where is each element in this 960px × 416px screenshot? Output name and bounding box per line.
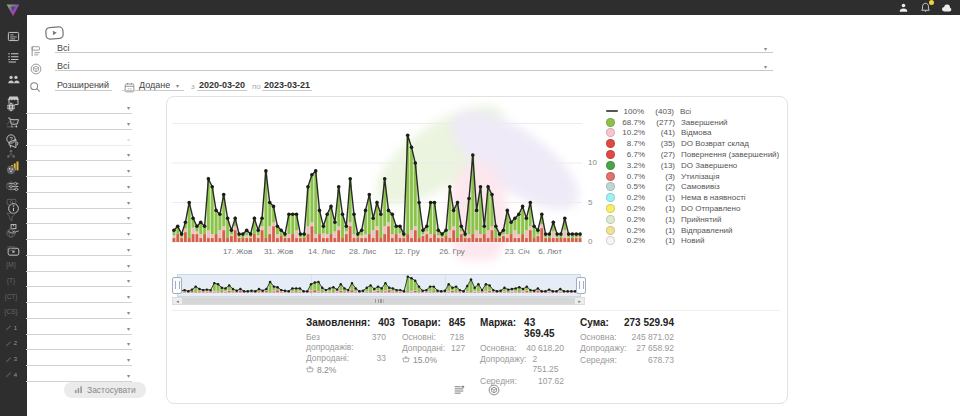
stat-percent: 15.0% <box>413 355 437 365</box>
navigator-scrollbar[interactable]: ◂ ▸ <box>172 297 585 305</box>
filter-tag-t-select[interactable]: ▾ <box>26 273 132 287</box>
search-mode-select[interactable] <box>55 90 112 91</box>
sidebar-item-clients[interactable] <box>0 70 27 92</box>
filter-globe-select[interactable]: ▾ <box>26 100 132 114</box>
navigator-right-handle[interactable] <box>576 277 586 294</box>
status-filter-select[interactable] <box>55 52 773 53</box>
notifications-bell-icon[interactable] <box>919 2 931 14</box>
legend-item[interactable]: 0.2%(1)Прийнятий <box>606 214 779 225</box>
x-axis-tick: 31. Жов <box>264 247 293 256</box>
chevron-down-icon: ▾ <box>127 262 130 269</box>
filter-trend-select[interactable]: ▾ <box>26 116 132 130</box>
legend-item[interactable]: 100%(403)Всі <box>606 106 779 117</box>
filter-tag-cs-row: {CS}▾ <box>0 305 138 320</box>
legend-item[interactable]: 0.2%(1)DO Отправлено <box>606 203 779 214</box>
profile-icon[interactable] <box>897 2 909 14</box>
date-field-select[interactable] <box>122 90 184 91</box>
legend-item[interactable]: 10.2%(41)Відмова <box>606 128 779 139</box>
filter-help-select[interactable]: ▾ <box>26 132 132 146</box>
stat-sub-label: Допродані: <box>306 353 349 363</box>
legend-label: Новий <box>681 236 704 245</box>
apply-filters-button[interactable]: Застосувати <box>64 382 146 398</box>
basket-icon <box>306 365 314 375</box>
chevron-down-icon: ▾ <box>764 45 767 52</box>
filter-note-1-row: 1▾ <box>0 321 138 336</box>
x-axis-tick: 23. Січ <box>505 247 530 256</box>
filter-payment-select[interactable]: ▾ <box>26 195 132 209</box>
filter-web-icon <box>5 227 17 239</box>
chevron-down-icon: ▾ <box>127 151 130 158</box>
legend-percent: 0.7% <box>618 172 645 181</box>
stat-sub-label: Допродажу: <box>480 354 527 374</box>
scroll-right-icon[interactable]: ▸ <box>575 298 584 304</box>
legend-count: (35) <box>648 139 675 148</box>
legend-item[interactable]: 6.7%(27)Повернення (завершений) <box>606 149 779 160</box>
filter-note-4-select[interactable]: ▾ <box>26 368 132 382</box>
filter-tag-cs-select[interactable]: ▾ <box>26 305 132 319</box>
product-filter-select[interactable] <box>55 70 773 71</box>
filter-globe-icon <box>5 101 17 113</box>
filter-note-2-select[interactable]: ▾ <box>26 336 132 350</box>
legend-count: (1) <box>648 215 675 224</box>
stat-label: Маржа: <box>480 317 516 339</box>
date-to-input[interactable] <box>262 90 312 91</box>
legend-item[interactable]: 0.2%(1)Відправлений <box>606 225 779 236</box>
legend-label: DO Отправлено <box>681 204 740 213</box>
filter-tag-ct-select[interactable]: ▾ <box>26 289 132 303</box>
filter-globe-row: ▾ <box>0 100 138 115</box>
card-divider <box>172 310 780 311</box>
stat-label: Сума: <box>580 317 609 328</box>
legend-label: DO Завершено <box>681 161 737 170</box>
filter-tag-m-row: {M}▾ <box>0 258 138 273</box>
theme-icon[interactable] <box>941 2 953 14</box>
legend-item[interactable]: 0.7%(3)Утилізація <box>606 171 779 182</box>
navigator-left-handle[interactable] <box>172 277 182 294</box>
legend-item[interactable]: 0.2%(1)Новий <box>606 236 779 247</box>
chevron-down-icon: ▾ <box>176 82 179 89</box>
sidebar-item-dashboard[interactable] <box>0 27 27 49</box>
chevron-down-icon: ▾ <box>104 82 107 89</box>
orders-chart[interactable] <box>172 100 582 250</box>
legend-item[interactable]: 68.7%(277)Завершений <box>606 117 779 128</box>
product-view-icon[interactable] <box>487 383 500 396</box>
filter-funnel-select[interactable]: ▾ <box>26 210 132 224</box>
legend-item[interactable]: 0.2%(1)Нема в наявності <box>606 192 779 203</box>
filter-note-3-row: 3▾ <box>0 352 138 367</box>
date-to-value: 2023-03-21 <box>264 80 310 90</box>
app-logo-icon[interactable] <box>4 1 22 19</box>
list-view-icon[interactable] <box>452 383 465 396</box>
filter-tag-ct-icon: {CT} <box>5 290 17 302</box>
video-help-icon[interactable] <box>45 26 64 44</box>
legend-item[interactable]: 0.5%(2)Самовивіз <box>606 182 779 193</box>
filter-tag-cs-icon: {CS} <box>5 306 17 318</box>
date-from-input[interactable] <box>197 90 247 91</box>
filter-sphere-select[interactable]: ▾ <box>26 163 132 177</box>
filter-note-1-select[interactable]: ▾ <box>26 321 132 335</box>
filter-tag-s-select[interactable]: ▾ <box>26 242 132 256</box>
topbar-icons <box>897 0 953 15</box>
legend-item[interactable]: 3.2%(13)DO Завершено <box>606 160 779 171</box>
y-axis-tick: 0 <box>588 237 592 246</box>
filter-package-select[interactable]: ▾ <box>26 179 132 193</box>
scroll-left-icon[interactable]: ◂ <box>173 298 182 304</box>
stat-sub-label: Основні: <box>402 332 436 342</box>
x-axis-tick: 17. Жов <box>223 247 252 256</box>
search-icon[interactable] <box>29 79 41 97</box>
filter-tag-s-row: {S}▾ <box>0 242 138 257</box>
scrollbar-thumb[interactable] <box>182 298 575 304</box>
filter-hierarchy-select[interactable]: ▾ <box>26 147 132 161</box>
legend-percent: 100% <box>617 107 644 116</box>
filter-trend-icon <box>5 117 17 129</box>
filter-web-select[interactable]: ▾ <box>26 226 132 240</box>
legend-item[interactable]: 8.7%(35)DO Возврат склад <box>606 138 779 149</box>
filter-note-1-icon: 1 <box>5 322 17 334</box>
stat-sub-value: 370 <box>372 332 386 352</box>
search-mode-value: Розширений <box>57 80 109 90</box>
view-toggle-icons <box>166 383 786 396</box>
legend-dot-marker <box>606 139 615 148</box>
legend-percent: 6.7% <box>618 150 645 159</box>
filter-tag-m-select[interactable]: ▾ <box>26 258 132 272</box>
sidebar-item-orders[interactable] <box>0 49 27 71</box>
stat-label: Замовлення: <box>306 317 370 328</box>
filter-note-3-select[interactable]: ▾ <box>26 352 132 366</box>
